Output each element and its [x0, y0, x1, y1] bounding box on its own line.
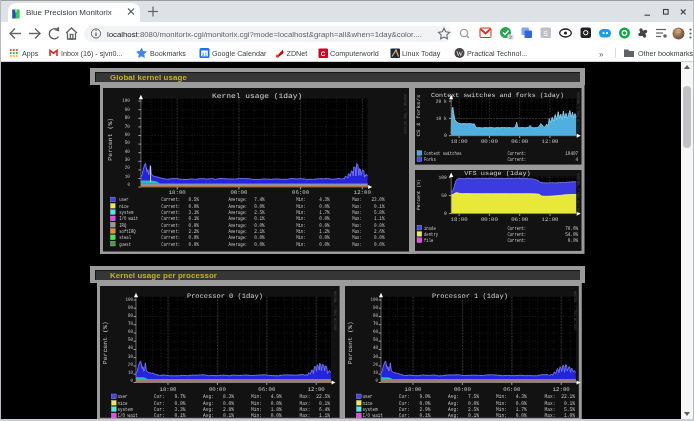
svg-text:100: 100: [125, 297, 133, 303]
svg-text:Percent (%): Percent (%): [101, 322, 108, 365]
svg-text:0: 0: [130, 378, 132, 384]
svg-text:70: 70: [127, 322, 132, 328]
svg-text:80: 80: [125, 115, 130, 121]
svg-text:60: 60: [125, 132, 130, 138]
svg-text:90: 90: [127, 305, 132, 311]
svg-text:RRDTOOL / TOBI OETIKER: RRDTOOL / TOBI OETIKER: [332, 291, 337, 331]
svg-text:C: C: [321, 51, 326, 58]
svg-text:RRDTOOL / TOBI OETIKER: RRDTOOL / TOBI OETIKER: [572, 291, 577, 331]
svg-text:0: 0: [444, 133, 447, 139]
svg-text:90: 90: [373, 305, 378, 311]
svg-text:0.0%: 0.0%: [320, 240, 331, 247]
svg-text:40: 40: [125, 149, 130, 155]
svg-text:20: 20: [125, 165, 130, 171]
svg-text:06:00: 06:00: [511, 217, 528, 223]
svg-text:0.0%: 0.0%: [568, 238, 579, 245]
svg-text:VFS usage (1day): VFS usage (1day): [465, 170, 531, 177]
svg-text:0.0%: 0.0%: [189, 240, 200, 247]
svg-text:70: 70: [125, 123, 130, 129]
svg-text:30: 30: [373, 354, 378, 360]
svg-text:S: S: [543, 31, 548, 38]
svg-text:file: file: [424, 238, 433, 245]
svg-text:Average:: Average:: [229, 240, 248, 247]
svg-text:Percent (%): Percent (%): [347, 322, 354, 365]
svg-text:10: 10: [373, 370, 378, 376]
svg-text:10: 10: [125, 174, 130, 180]
svg-text:06:00: 06:00: [503, 386, 520, 393]
svg-text:10: 10: [127, 370, 132, 376]
svg-text:Max:: Max:: [353, 240, 362, 247]
svg-text:Current:: Current:: [508, 156, 527, 163]
svg-text:80: 80: [127, 314, 132, 320]
svg-text:18:00: 18:00: [451, 139, 468, 145]
svg-text:06:00: 06:00: [511, 139, 528, 145]
svg-text:0.0%: 0.0%: [374, 240, 385, 247]
svg-text:50: 50: [442, 194, 447, 200]
svg-text:40: 40: [127, 346, 132, 352]
svg-text:100: 100: [371, 297, 379, 303]
svg-text:60: 60: [373, 330, 378, 336]
svg-text:Percent (%): Percent (%): [417, 179, 423, 210]
svg-text:90: 90: [125, 107, 130, 113]
svg-text:20 k: 20 k: [436, 99, 447, 105]
svg-text:18:00: 18:00: [169, 189, 186, 196]
svg-text:0: 0: [444, 212, 447, 218]
svg-text:20: 20: [127, 362, 132, 368]
svg-text:RRDTOOL / TOBI OETIKER: RRDTOOL / TOBI OETIKER: [576, 174, 581, 214]
svg-text:RRDTOOL / TOBI OETIKER: RRDTOOL / TOBI OETIKER: [402, 94, 407, 134]
svg-text:0: 0: [128, 182, 131, 188]
svg-text:18:00: 18:00: [451, 217, 468, 223]
svg-text:00:00: 00:00: [231, 189, 248, 196]
svg-text:12:00: 12:00: [542, 217, 559, 223]
svg-text:50: 50: [127, 338, 132, 344]
svg-text:00:00: 00:00: [481, 217, 498, 223]
svg-text:18:00: 18:00: [405, 386, 422, 393]
svg-text:12:00: 12:00: [553, 386, 570, 393]
svg-text:31: 31: [202, 52, 208, 58]
svg-text:Percent (%): Percent (%): [107, 118, 114, 161]
svg-text:CS & forks/s: CS & forks/s: [416, 94, 422, 136]
svg-text:00:00: 00:00: [481, 139, 498, 145]
svg-text:guest: guest: [119, 240, 131, 247]
svg-text:30: 30: [125, 157, 130, 163]
svg-text:06:00: 06:00: [292, 189, 309, 196]
svg-text:0.0%: 0.0%: [254, 240, 265, 247]
svg-text:40: 40: [373, 346, 378, 352]
svg-text:Processor 0 (1day): Processor 0 (1day): [186, 293, 262, 301]
svg-text:12:00: 12:00: [307, 386, 324, 393]
svg-text:00:00: 00:00: [454, 386, 471, 393]
svg-text:Forks: Forks: [424, 156, 436, 163]
svg-text:Min:: Min:: [296, 240, 305, 247]
svg-text:10 k: 10 k: [436, 116, 447, 122]
svg-text:30: 30: [127, 354, 132, 360]
svg-text:12:00: 12:00: [542, 139, 559, 145]
svg-text:RRDTOOL / TOBI OETIKER: RRDTOOL / TOBI OETIKER: [576, 92, 581, 132]
svg-text:50: 50: [125, 140, 130, 146]
svg-text:Current:: Current:: [162, 240, 181, 247]
svg-text:0: 0: [376, 378, 378, 384]
svg-text:100: 100: [439, 176, 447, 182]
svg-text:60: 60: [127, 330, 132, 336]
svg-text:W: W: [456, 50, 463, 58]
svg-text:»: »: [599, 50, 604, 59]
svg-text:12:00: 12:00: [354, 189, 371, 196]
svg-text:18:00: 18:00: [159, 386, 176, 393]
svg-text:100: 100: [123, 98, 131, 104]
svg-text:Current:: Current:: [508, 238, 527, 245]
svg-text:00:00: 00:00: [208, 386, 225, 393]
svg-text:Processor 1 (1day): Processor 1 (1day): [432, 293, 508, 301]
svg-text:Kernel usage (1day): Kernel usage (1day): [212, 91, 302, 100]
svg-text:20: 20: [373, 362, 378, 368]
svg-text:06:00: 06:00: [258, 386, 275, 393]
svg-text:50: 50: [373, 338, 378, 344]
svg-text:80: 80: [373, 314, 378, 320]
svg-text:70: 70: [373, 322, 378, 328]
